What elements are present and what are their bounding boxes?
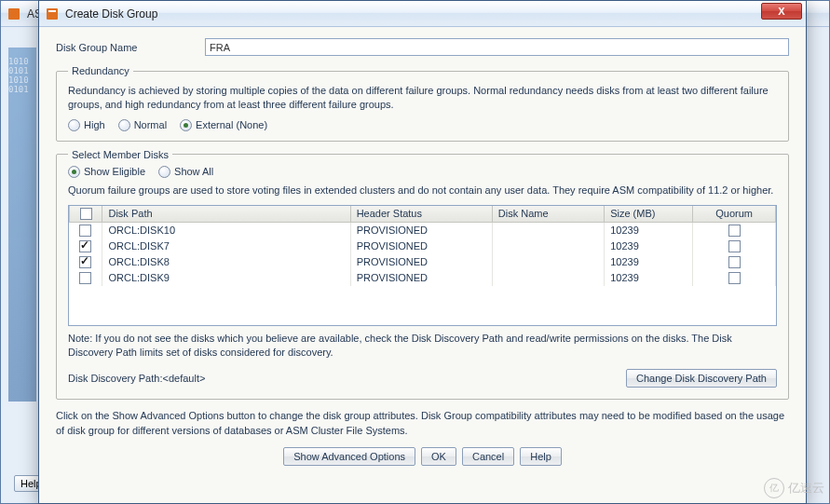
background-sidebar-graphic: 1010 0101 1010 0101 bbox=[8, 48, 36, 402]
table-row[interactable]: ORCL:DISK10PROVISIONED10239 bbox=[70, 223, 776, 238]
cell-size: 10239 bbox=[605, 270, 693, 286]
cell-header-status: PROVISIONED bbox=[350, 254, 492, 270]
col-header-status-header[interactable]: Header Status bbox=[350, 206, 492, 223]
svg-rect-2 bbox=[48, 10, 56, 12]
cell-disk-path: ORCL:DISK10 bbox=[102, 223, 350, 238]
show-eligible-label: Show Eligible bbox=[84, 166, 145, 177]
disks-table: Disk Path Header Status Disk Name Size (… bbox=[69, 206, 776, 286]
redundancy-legend: Redundancy bbox=[68, 65, 133, 76]
cell-disk-path: ORCL:DISK8 bbox=[102, 254, 350, 270]
show-all-label: Show All bbox=[174, 166, 213, 177]
ok-button[interactable]: OK bbox=[421, 447, 456, 466]
cell-disk-path: ORCL:DISK7 bbox=[102, 238, 350, 254]
cell-header-status: PROVISIONED bbox=[350, 238, 492, 254]
close-button[interactable]: X bbox=[761, 3, 802, 20]
table-row[interactable]: ORCL:DISK7PROVISIONED10239 bbox=[70, 238, 776, 254]
cell-size: 10239 bbox=[605, 223, 693, 238]
redundancy-normal-radio[interactable]: Normal bbox=[118, 119, 167, 131]
cell-disk-name bbox=[492, 254, 604, 270]
redundancy-external-radio[interactable]: External (None) bbox=[180, 119, 267, 131]
row-quorum-checkbox[interactable] bbox=[728, 256, 741, 268]
disks-table-container: Disk Path Header Status Disk Name Size (… bbox=[68, 205, 777, 326]
dialog-content: Disk Group Name Redundancy Redundancy is… bbox=[39, 27, 806, 503]
table-row[interactable]: ORCL:DISK8PROVISIONED10239 bbox=[70, 254, 776, 270]
radio-icon bbox=[180, 119, 192, 131]
row-select-checkbox[interactable] bbox=[79, 256, 91, 268]
col-size-header[interactable]: Size (MB) bbox=[605, 206, 693, 223]
col-quorum-header[interactable]: Quorum bbox=[693, 206, 776, 223]
discovery-note: Note: If you do not see the disks which … bbox=[68, 332, 777, 361]
footer-description: Click on the Show Advanced Options butto… bbox=[56, 409, 789, 438]
row-quorum-checkbox[interactable] bbox=[728, 240, 741, 252]
col-select-header[interactable] bbox=[70, 206, 102, 223]
radio-icon bbox=[158, 166, 170, 178]
dialog-title: Create Disk Group bbox=[65, 7, 157, 20]
redundancy-description: Redundancy is achieved by storing multip… bbox=[68, 84, 777, 112]
dialog-button-row: Show Advanced Options OK Cancel Help bbox=[56, 447, 789, 466]
create-disk-group-dialog: Create Disk Group X Disk Group Name Redu… bbox=[38, 0, 807, 504]
redundancy-fieldset: Redundancy Redundancy is achieved by sto… bbox=[56, 65, 789, 142]
app-icon bbox=[7, 7, 21, 21]
checkbox-icon bbox=[80, 208, 92, 220]
col-disk-name-header[interactable]: Disk Name bbox=[492, 206, 604, 223]
cell-header-status: PROVISIONED bbox=[350, 270, 492, 286]
redundancy-high-label: High bbox=[84, 119, 105, 130]
radio-icon bbox=[118, 119, 130, 131]
row-select-checkbox[interactable] bbox=[79, 225, 91, 237]
radio-icon bbox=[68, 119, 80, 131]
member-disks-fieldset: Select Member Disks Show Eligible Show A… bbox=[56, 149, 789, 401]
show-eligible-radio[interactable]: Show Eligible bbox=[68, 166, 145, 178]
cell-disk-path: ORCL:DISK9 bbox=[102, 270, 350, 286]
col-disk-path-header[interactable]: Disk Path bbox=[102, 206, 350, 223]
disk-group-name-input[interactable] bbox=[205, 38, 789, 56]
row-quorum-checkbox[interactable] bbox=[728, 225, 741, 237]
cell-disk-name bbox=[492, 238, 604, 254]
dialog-titlebar: Create Disk Group X bbox=[39, 1, 806, 27]
redundancy-external-label: External (None) bbox=[196, 119, 267, 130]
row-select-checkbox[interactable] bbox=[79, 272, 91, 284]
discovery-path-value: <default> bbox=[162, 373, 205, 384]
cancel-button[interactable]: Cancel bbox=[462, 447, 514, 466]
row-quorum-checkbox[interactable] bbox=[728, 272, 741, 284]
change-discovery-path-button[interactable]: Change Disk Discovery Path bbox=[626, 369, 777, 388]
quorum-description: Quorum failure groups are used to store … bbox=[68, 184, 777, 198]
svg-rect-1 bbox=[47, 8, 58, 20]
svg-rect-0 bbox=[8, 8, 20, 20]
redundancy-high-radio[interactable]: High bbox=[68, 119, 105, 131]
cell-disk-name bbox=[492, 270, 604, 286]
cell-header-status: PROVISIONED bbox=[350, 223, 492, 238]
disk-group-name-label: Disk Group Name bbox=[56, 42, 205, 53]
discovery-path-display: Disk Discovery Path:<default> bbox=[68, 373, 205, 384]
row-select-checkbox[interactable] bbox=[79, 240, 91, 252]
help-button[interactable]: Help bbox=[520, 447, 562, 466]
table-row[interactable]: ORCL:DISK9PROVISIONED10239 bbox=[70, 270, 776, 286]
member-disks-legend: Select Member Disks bbox=[68, 149, 172, 160]
cell-disk-name bbox=[492, 223, 604, 238]
redundancy-normal-label: Normal bbox=[134, 119, 167, 130]
cell-size: 10239 bbox=[605, 254, 693, 270]
radio-icon bbox=[68, 166, 80, 178]
cell-size: 10239 bbox=[605, 238, 693, 254]
dialog-icon bbox=[45, 7, 60, 21]
disk-group-name-row: Disk Group Name bbox=[56, 38, 789, 56]
show-all-radio[interactable]: Show All bbox=[158, 166, 213, 178]
show-advanced-options-button[interactable]: Show Advanced Options bbox=[283, 447, 415, 466]
discovery-path-label: Disk Discovery Path: bbox=[68, 373, 162, 384]
